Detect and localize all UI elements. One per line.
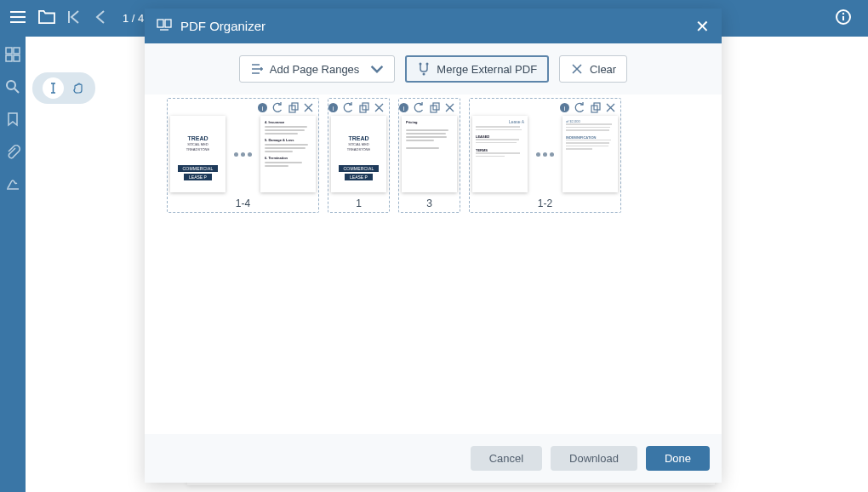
download-button[interactable]: Download xyxy=(551,446,637,471)
merge-label: Merge External PDF xyxy=(437,63,537,76)
add-page-ranges-button[interactable]: Add Page Ranges xyxy=(239,55,396,83)
merge-external-pdf-button[interactable]: Merge External PDF xyxy=(405,55,549,83)
hand-tool[interactable] xyxy=(72,82,85,94)
search-icon[interactable] xyxy=(5,79,20,98)
organizer-icon xyxy=(157,17,172,36)
attachment-icon[interactable] xyxy=(5,144,20,163)
group-remove-icon[interactable] xyxy=(443,100,456,114)
group-duplicate-icon[interactable] xyxy=(357,100,370,114)
grid-icon[interactable] xyxy=(5,47,20,66)
group-rotate-icon[interactable] xyxy=(412,100,425,114)
page-thumbnail[interactable]: Lease A LEASED TERMS xyxy=(472,116,528,192)
page-group[interactable]: i Pricing 3 xyxy=(398,98,460,213)
group-info-icon[interactable]: i xyxy=(557,100,571,114)
add-ranges-label: Add Page Ranges xyxy=(270,63,360,76)
page-indicator: 1 / 4 xyxy=(123,12,144,25)
svg-rect-2 xyxy=(6,48,12,54)
group-label: 3 xyxy=(402,197,457,209)
close-icon[interactable]: ✕ xyxy=(695,16,710,37)
range-ellipsis-icon xyxy=(531,152,559,157)
bookmark-icon[interactable] xyxy=(5,112,20,130)
group-info-icon[interactable]: i xyxy=(326,100,340,114)
svg-point-6 xyxy=(7,81,15,89)
svg-point-11 xyxy=(423,73,425,76)
svg-text:i: i xyxy=(403,104,404,112)
group-remove-icon[interactable] xyxy=(301,100,315,114)
done-button[interactable]: Done xyxy=(646,446,710,471)
group-label: 1-2 xyxy=(472,197,618,209)
clear-label: Clear xyxy=(590,63,616,76)
page-group[interactable]: i Lease A LEASED TERMS of $2 xyxy=(469,98,621,213)
page-thumbnail[interactable]: TREAD SOCIAL MED TREADSTONE COMMERCIAL L… xyxy=(170,116,226,192)
group-duplicate-icon[interactable] xyxy=(427,100,441,114)
svg-rect-5 xyxy=(14,55,20,61)
group-info-icon[interactable]: i xyxy=(397,100,410,114)
page-thumbnail[interactable]: TREAD SOCIAL MED TREADSTONE COMMERCIAL L… xyxy=(331,116,386,192)
group-rotate-icon[interactable] xyxy=(271,100,284,114)
svg-point-1 xyxy=(842,12,844,14)
form-icon[interactable] xyxy=(5,176,20,195)
group-rotate-icon[interactable] xyxy=(341,100,355,114)
svg-rect-7 xyxy=(157,20,163,27)
first-page-icon[interactable] xyxy=(65,8,83,30)
group-remove-icon[interactable] xyxy=(372,100,385,114)
menu-button[interactable] xyxy=(7,6,29,31)
pdf-organizer-modal: PDF Organizer ✕ Add Page Ranges Merge Ex… xyxy=(145,9,722,483)
group-duplicate-icon[interactable] xyxy=(588,100,602,114)
group-info-icon[interactable]: i xyxy=(255,100,269,114)
group-duplicate-icon[interactable] xyxy=(286,100,300,114)
svg-text:i: i xyxy=(563,104,565,112)
page-thumbnail[interactable]: 4. Insurance 5. Damage & Loss 6. Termina… xyxy=(260,116,316,192)
group-rotate-icon[interactable] xyxy=(573,100,586,114)
page-thumbnail[interactable]: of $2,000 INDEMNIFICATION xyxy=(562,116,618,192)
svg-text:i: i xyxy=(261,104,263,112)
svg-point-10 xyxy=(426,63,429,66)
range-ellipsis-icon xyxy=(229,152,257,157)
prev-page-icon[interactable] xyxy=(92,8,111,30)
cancel-button[interactable]: Cancel xyxy=(471,446,542,471)
text-cursor-tool[interactable] xyxy=(43,77,64,99)
clear-button[interactable]: Clear xyxy=(559,55,627,83)
page-group[interactable]: i TREAD SOCIAL MED TREADSTONE COMMERCIAL… xyxy=(167,98,319,213)
page-group[interactable]: i TREAD SOCIAL MED TREADSTONE COMMERCIAL… xyxy=(328,98,390,213)
svg-rect-4 xyxy=(6,55,12,61)
svg-text:i: i xyxy=(332,104,334,112)
info-icon[interactable] xyxy=(836,9,851,28)
svg-point-9 xyxy=(420,63,422,66)
group-remove-icon[interactable] xyxy=(603,100,617,114)
svg-rect-8 xyxy=(165,20,171,27)
group-label: 1 xyxy=(331,197,386,209)
group-label: 1-4 xyxy=(170,197,316,209)
modal-title: PDF Organizer xyxy=(180,19,695,33)
open-file-icon[interactable] xyxy=(37,9,56,28)
svg-rect-3 xyxy=(14,48,20,54)
page-thumbnail[interactable]: Pricing xyxy=(402,116,457,192)
